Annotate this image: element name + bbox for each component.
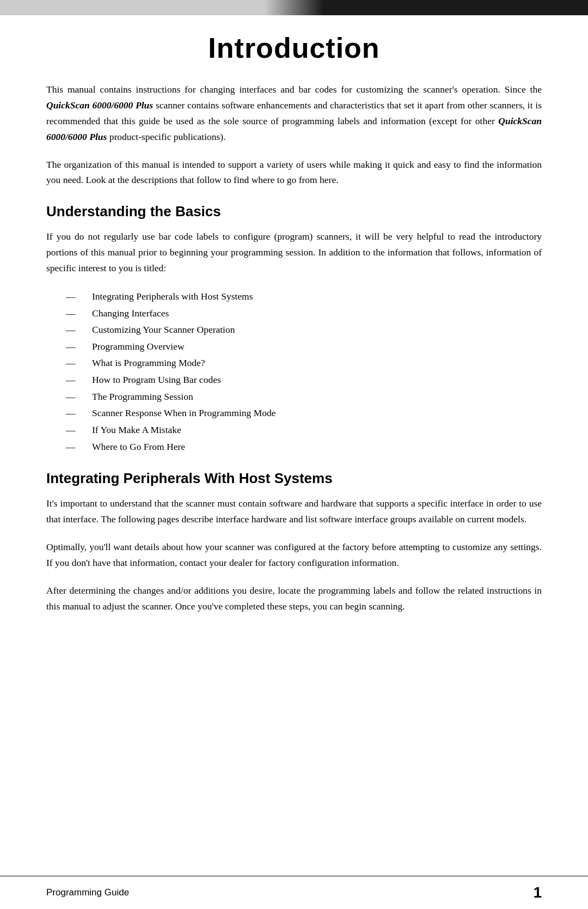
list-item: Customizing Your Scanner Operation xyxy=(79,321,542,338)
page-footer: Programming Guide 1 xyxy=(0,876,588,909)
section1-paragraph: If you do not regularly use bar code lab… xyxy=(46,229,542,276)
p1-bold-italic-1: QuickScan 6000/6000 Plus xyxy=(46,100,153,111)
list-item: Changing Interfaces xyxy=(79,305,542,322)
section1-heading: Understanding the Basics xyxy=(46,203,542,220)
p1-text-end: product-specific publications). xyxy=(107,131,225,142)
footer-label: Programming Guide xyxy=(46,887,129,898)
intro-paragraph-2: The organization of this manual is inten… xyxy=(46,157,542,188)
list-item: The Programming Session xyxy=(79,388,542,405)
list-item: If You Make A Mistake xyxy=(79,422,542,438)
top-decorative-bar xyxy=(0,0,588,15)
intro-paragraph-1: This manual contains instructions for ch… xyxy=(46,82,542,145)
section2-paragraph-1: It's important to understand that the sc… xyxy=(46,496,542,527)
list-item: What is Programming Mode? xyxy=(79,355,542,371)
list-item: Programming Overview xyxy=(79,338,542,355)
bullet-list: Integrating Peripherals with Host System… xyxy=(79,288,542,455)
section2-heading: Integrating Peripherals With Host System… xyxy=(46,470,542,487)
section2-paragraph-3: After determining the changes and/or add… xyxy=(46,583,542,614)
list-item: Integrating Peripherals with Host System… xyxy=(79,288,542,305)
list-item: How to Program Using Bar codes xyxy=(79,371,542,388)
page-title: Introduction xyxy=(46,32,542,64)
list-item: Scanner Response When in Programming Mod… xyxy=(79,405,542,422)
page-container: Introduction This manual contains instru… xyxy=(0,0,588,909)
list-item: Where to Go From Here xyxy=(79,438,542,455)
content-area: Introduction This manual contains instru… xyxy=(0,15,588,876)
p1-text-start: This manual contains instructions for ch… xyxy=(46,84,542,95)
section2-paragraph-2: Optimally, you'll want details about how… xyxy=(46,539,542,571)
footer-page-number: 1 xyxy=(533,884,542,901)
